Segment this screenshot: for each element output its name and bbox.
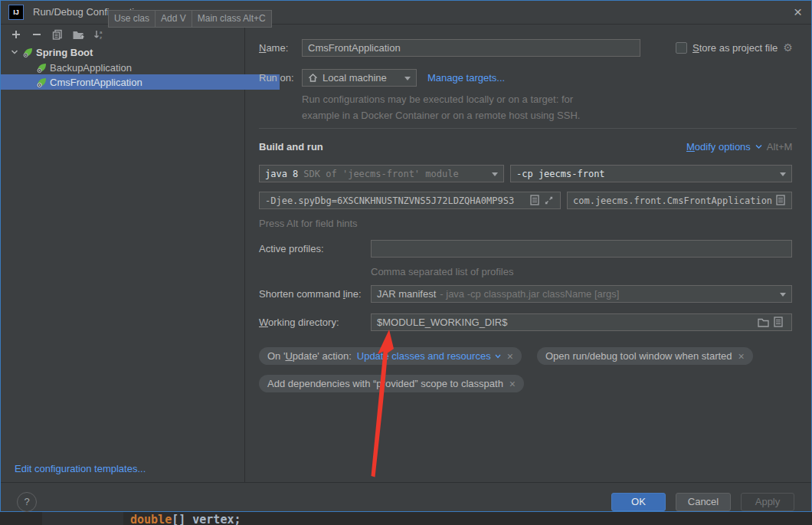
active-profiles-label: Active profiles: (259, 243, 324, 254)
name-label: Name: (259, 42, 288, 54)
code-editor-strip: double[] vertex; (0, 512, 812, 525)
chevron-down-icon (495, 354, 501, 359)
document-icon[interactable] (776, 195, 785, 205)
active-profiles-hint: Comma separated list of profiles (371, 266, 513, 277)
ok-button[interactable]: OK (611, 493, 666, 511)
edit-configuration-templates-link[interactable]: Edit configuration templates... (15, 463, 146, 474)
vm-options-input[interactable]: -Djee.spyDbg=6XSCNKHNUSTNZVNS5J72LDZQHA0… (259, 192, 561, 209)
intellij-logo-icon: IJ (8, 5, 24, 20)
dropdown-arrow-icon (404, 77, 411, 80)
tree-group-label: Spring Boot (36, 47, 93, 58)
working-directory-field-icons (758, 317, 783, 327)
provided-scope-chip[interactable]: Add dependencies with “provided” scope t… (259, 375, 524, 392)
hint-popup-use-classpath: Use clas (108, 10, 156, 28)
remove-icon[interactable] (31, 28, 43, 41)
ide-screen: double[] vertex; IJ Run/Debug Configurat… (0, 0, 812, 525)
apply-button[interactable]: Apply (741, 493, 794, 511)
configurations-toolbar: az (10, 28, 105, 41)
alt-field-hints-text: Press Alt for field hints (259, 218, 358, 229)
working-directory-input[interactable]: $MODULE_WORKING_DIR$ (371, 313, 792, 331)
copy-icon[interactable] (51, 28, 64, 41)
editor-gutter (42, 512, 123, 525)
folder-icon[interactable] (758, 317, 769, 327)
store-as-project-file-checkbox[interactable] (676, 42, 687, 54)
spring-boot-icon (22, 47, 34, 58)
tree-item-cmsfront-application[interactable]: CmsFrontApplication (1, 74, 280, 90)
build-and-run-heading: Build and run (259, 141, 323, 153)
chip-close-icon[interactable]: × (507, 350, 513, 363)
sort-alphabetically-icon[interactable]: az (93, 28, 105, 41)
run-on-select[interactable]: Local machine (302, 69, 417, 87)
code-rest: [] vertex; (172, 513, 241, 525)
update-action-value-link[interactable]: Update classes and resources (357, 350, 491, 362)
footer-divider (1, 482, 811, 483)
vm-options-field-icons (530, 195, 554, 205)
modify-options-shortcut: Alt+M (767, 141, 793, 153)
modify-options-row: Modify options Alt+M (686, 141, 792, 153)
open-tool-window-chip[interactable]: Open run/debug tool window when started … (537, 347, 753, 365)
section-divider (259, 128, 797, 129)
name-input[interactable]: CmsFrontApplication (302, 39, 640, 57)
help-button[interactable]: ? (17, 492, 37, 512)
sidebar-divider (244, 25, 245, 482)
dropdown-arrow-icon (780, 293, 786, 297)
chip-close-icon[interactable]: × (509, 378, 516, 390)
add-icon[interactable] (10, 28, 22, 41)
run-on-hint-line1: Run configurations may be executed local… (302, 94, 573, 105)
code-line: double[] vertex; (130, 513, 241, 525)
manage-targets-link[interactable]: Manage targets... (427, 72, 505, 84)
run-on-hint-line2: example in a Docker Container or on a re… (302, 110, 580, 121)
home-icon (308, 73, 318, 83)
hint-popup-main-class: Main class Alt+C (192, 10, 272, 28)
chevron-down-icon (755, 144, 762, 149)
run-on-label: Run on: (259, 72, 294, 84)
on-update-action-chip[interactable]: On 'Update' action: Update classes and r… (259, 347, 522, 365)
close-icon[interactable]: × (794, 4, 802, 21)
store-as-project-file-row: Store as project file ⚙ (676, 41, 793, 54)
jre-select[interactable]: java 8 SDK of 'jeecms-front' module (259, 165, 504, 182)
dropdown-arrow-icon (492, 172, 498, 176)
working-directory-label: Working directory: (259, 317, 339, 328)
document-icon[interactable] (530, 195, 539, 205)
expand-icon[interactable] (544, 195, 554, 205)
chevron-down-icon[interactable] (10, 48, 19, 57)
code-keyword: double (130, 513, 172, 525)
gear-icon[interactable]: ⚙ (783, 41, 793, 54)
hint-popup-add-vm: Add V (155, 10, 192, 28)
chip-close-icon[interactable]: × (738, 350, 745, 363)
hint-popups: Use clas Add V Main class Alt+C (108, 10, 272, 28)
shorten-command-line-label: Shorten command line: (259, 288, 362, 300)
svg-text:z: z (100, 35, 102, 40)
new-folder-icon[interactable] (72, 28, 84, 41)
tree-group-spring-boot[interactable]: Spring Boot (1, 44, 254, 60)
store-as-project-file-label: Store as project file (692, 42, 778, 54)
classpath-module-select[interactable]: -cp jeecms-front (510, 165, 792, 182)
spring-boot-run-config-icon (36, 77, 47, 88)
spring-boot-run-config-icon (36, 62, 47, 74)
document-icon[interactable] (774, 317, 783, 327)
tree-item-label: BackupApplication (50, 62, 132, 74)
main-class-field-icons (776, 195, 785, 205)
run-debug-configurations-dialog: IJ Run/Debug Configurations × Use clas A… (0, 0, 812, 512)
tree-item-backup-application[interactable]: BackupApplication (1, 60, 280, 75)
cancel-button[interactable]: Cancel (676, 493, 731, 511)
shorten-command-line-select[interactable]: JAR manifest - java -cp classpath.jar cl… (371, 285, 792, 303)
modify-options-link[interactable]: Modify options (686, 141, 751, 153)
svg-text:a: a (100, 30, 103, 34)
chip-prefix: On 'Update' action: (267, 350, 352, 362)
main-class-input[interactable]: com.jeecms.front.CmsFrontApplication (567, 192, 792, 209)
active-profiles-input[interactable] (371, 240, 792, 258)
dropdown-arrow-icon (780, 172, 786, 176)
tree-item-label: CmsFrontApplication (50, 77, 142, 88)
